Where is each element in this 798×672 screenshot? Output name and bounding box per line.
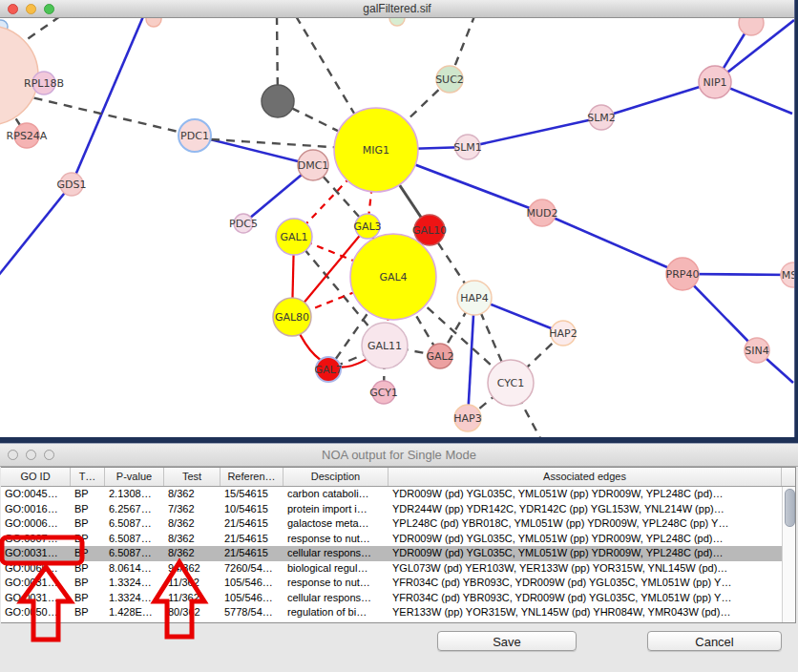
table-cell: 11/362 [164, 576, 220, 591]
table-row[interactable]: GO:0065…BP8.0614…94/3627260/54…biologica… [1, 561, 795, 577]
table-cell: 8/362 [164, 516, 220, 532]
node-label-PRP40: PRP40 [666, 268, 700, 281]
table-cell: 5778/54… [220, 605, 284, 620]
table-cell: 80/362 [164, 605, 220, 620]
table-cell: 6.5087… [105, 516, 164, 532]
table-row[interactable]: GO:0007…BP6.5087…8/36221/54615response t… [1, 532, 795, 547]
table-cell: protein import i… [284, 502, 388, 517]
table-cell: YFR034C (pd) YBR093C, YDR009W (pd) YGL03… [388, 576, 782, 591]
node-label-GAL7: GAL7 [314, 364, 342, 376]
table-cell: YGL073W (pd) YER103W, YER133W (pp) YOR31… [388, 561, 782, 577]
network-node-edge-top-green[interactable] [389, 18, 405, 26]
table-cell: 1.428E… [105, 605, 164, 620]
network-edge[interactable] [468, 117, 601, 147]
table-cell: 21/54615 [220, 546, 284, 561]
table-header: GO IDT…P-valueTestReferen…DesciptionAsso… [1, 468, 795, 487]
table-cell: 6.5087… [105, 532, 164, 547]
table-cell: 8/362 [164, 546, 220, 561]
table-cell: 105/546… [220, 591, 284, 606]
cancel-button[interactable]: Cancel [647, 631, 782, 651]
network-edge[interactable] [468, 298, 474, 418]
table-cell: response to nut… [284, 532, 388, 547]
table-cell: 21/54615 [220, 532, 284, 547]
network-window-title: galFiltered.sif [0, 2, 794, 15]
table-row[interactable]: GO:0031…BP1.3324…11/362105/546…response … [1, 576, 795, 591]
network-node-edge-top-right[interactable] [739, 18, 764, 35]
column-header-0[interactable]: GO ID [1, 468, 71, 486]
noa-window-titlebar[interactable]: NOA output for Single Mode [0, 444, 798, 467]
table-cell: GO:0065… [1, 561, 71, 577]
node-label-MIG1: MIG1 [363, 144, 389, 157]
network-node-unnamed-gray[interactable] [262, 85, 294, 117]
node-label-GAL2: GAL2 [426, 350, 453, 363]
table-cell: BP [71, 561, 105, 577]
table-cell: biological regul… [284, 561, 388, 577]
table-cell: 21/54615 [220, 516, 284, 532]
column-header-1[interactable]: T… [71, 468, 105, 486]
node-label-SUC2: SUC2 [435, 74, 464, 86]
table-cell: carbon cataboli… [284, 487, 388, 502]
table-cell: GO:0031… [1, 591, 71, 606]
table-cell: cellular respons… [284, 546, 388, 561]
network-edge[interactable] [72, 18, 144, 184]
network-edge[interactable] [601, 82, 715, 117]
node-label-MSN: MSN [782, 269, 794, 282]
table-cell: GO:0006… [1, 516, 71, 532]
table-row[interactable]: GO:0016…BP6.2567…7/36210/54615protein im… [1, 502, 795, 517]
table-cell: GO:0016… [1, 502, 71, 517]
column-header-5[interactable]: Desciption [284, 468, 388, 486]
table-cell: 105/546… [220, 576, 284, 591]
node-label-GAL11: GAL11 [368, 340, 402, 352]
node-label-SLM1: SLM1 [453, 141, 482, 154]
table-row[interactable]: GO:0031…BP1.3324…11/362105/546…cellular … [1, 591, 795, 606]
column-header-4[interactable]: Referen… [220, 468, 284, 486]
node-label-MUD2: MUD2 [526, 207, 557, 220]
table-row[interactable]: GO:0045…BP2.1308…8/36215/54615carbon cat… [1, 487, 795, 502]
table-cell: YER133W (pp) YOR315W, YNL145W (pd) YHR08… [388, 605, 782, 620]
table-row[interactable]: GO:0050…BP1.428E…80/3625778/54…regulatio… [1, 605, 795, 620]
node-label-GAL4: GAL4 [379, 271, 407, 284]
table-row[interactable]: GO:0006…BP6.5087…8/36221/54615galactose … [1, 516, 795, 532]
network-canvas[interactable]: RPL18BRPS24AGDS1PDC1DMC1MIG1PDC5SUC2SLM1… [0, 18, 794, 437]
table-cell: GO:0050… [1, 605, 71, 620]
table-cell: 7260/54… [220, 561, 284, 577]
node-label-GAL80: GAL80 [275, 311, 309, 324]
node-label-HAP4: HAP4 [460, 292, 488, 304]
network-node-big-pink-left[interactable] [0, 26, 38, 125]
table-cell: YPL248C (pd) YBR018C, YML051W (pp) YDR00… [388, 516, 782, 532]
table-cell: GO:0045… [1, 487, 71, 502]
scrollbar-thumb[interactable] [785, 489, 795, 527]
network-node-edge-top-center[interactable] [146, 18, 161, 27]
node-label-HAP2: HAP2 [549, 327, 577, 340]
column-header-2[interactable]: P-value [105, 468, 164, 486]
table-cell: BP [71, 487, 105, 502]
network-window-titlebar[interactable]: galFiltered.sif [0, 0, 794, 18]
node-label-RPL18B: RPL18B [24, 77, 64, 90]
table-scrollbar[interactable] [782, 487, 795, 622]
column-header-3[interactable]: Test [164, 468, 220, 486]
node-label-GAL3: GAL3 [353, 220, 381, 233]
table-cell: BP [71, 576, 105, 591]
network-edge[interactable] [0, 184, 72, 276]
table-cell: BP [71, 591, 105, 606]
node-label-GAL1: GAL1 [280, 231, 307, 243]
table-cell: BP [71, 605, 105, 620]
table-cell: 2.1308… [105, 487, 164, 502]
table-cell: YDR009W (pd) YGL035C, YML051W (pp) YDR00… [388, 532, 782, 547]
table-cell: YDR009W (pd) YGL035C, YML051W (pp) YDR00… [388, 487, 782, 502]
node-label-RPS24A: RPS24A [7, 130, 48, 142]
node-label-SIN4: SIN4 [745, 345, 768, 357]
save-button[interactable]: Save [437, 631, 577, 651]
table-cell: BP [71, 546, 105, 561]
table-cell: 15/54615 [220, 487, 284, 502]
network-edge[interactable] [542, 213, 682, 274]
table-cell: GO:0031… [1, 576, 71, 591]
screen: { "network_window": { "title": "galFilte… [0, 0, 798, 672]
column-header-6[interactable]: Associated edges [388, 468, 782, 486]
noa-window: NOA output for Single Mode GO IDT…P-valu… [0, 443, 798, 672]
table-cell: 8.0614… [105, 561, 164, 577]
table-cell: 11/362 [164, 591, 220, 606]
table-cell: regulation of bi… [284, 605, 388, 620]
table-cell: 6.5087… [105, 546, 164, 561]
table-row[interactable]: GO:0031…BP6.5087…8/36221/54615cellular r… [1, 546, 795, 561]
